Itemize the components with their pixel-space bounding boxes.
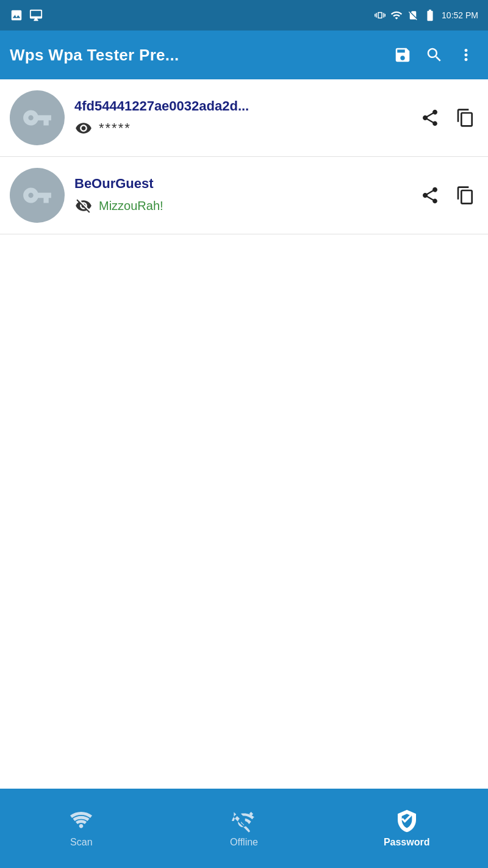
content-area: [0, 234, 488, 868]
vibrate-icon: [375, 10, 386, 21]
nav-item-scan[interactable]: Scan: [0, 789, 163, 868]
avatar-2: [10, 168, 65, 223]
time-display: 10:52 PM: [442, 10, 478, 20]
app-bar: Wps Wpa Tester Pre...: [0, 31, 488, 79]
bottom-nav: Scan Offline Password: [0, 789, 488, 868]
copy-button-1[interactable]: [453, 105, 478, 131]
item-actions-2: [417, 183, 478, 208]
app-title: Wps Wpa Tester Pre...: [10, 46, 383, 65]
save-button[interactable]: [390, 43, 415, 67]
battery-icon: [423, 9, 437, 22]
status-bar-left: [10, 9, 43, 22]
key-icon-1: [22, 103, 52, 133]
copy-button-2[interactable]: [453, 183, 478, 208]
nav-item-password[interactable]: Password: [325, 789, 488, 868]
password-label: Password: [384, 837, 430, 848]
item-actions-1: [417, 105, 478, 131]
item-sub-1: *****: [74, 119, 407, 137]
list-item: 4fd54441227ae0032ada2d... *****: [0, 79, 488, 157]
list-item-2: BeOurGuest MizzouRah!: [0, 157, 488, 234]
network-name-1: 4fd54441227ae0032ada2d...: [74, 98, 407, 114]
offline-label: Offline: [230, 837, 258, 848]
more-options-button[interactable]: [454, 43, 478, 67]
network-name-2: BeOurGuest: [74, 176, 407, 192]
photo-icon: [10, 9, 23, 22]
item-sub-2: MizzouRah!: [74, 197, 407, 215]
toggle-visibility-2[interactable]: [74, 197, 93, 215]
item-content-2: BeOurGuest MizzouRah!: [74, 176, 407, 215]
password-text-2: MizzouRah!: [99, 199, 163, 213]
avatar-1: [10, 90, 65, 145]
share-button-1[interactable]: [417, 105, 443, 131]
item-content-1: 4fd54441227ae0032ada2d... *****: [74, 98, 407, 137]
status-bar-right: 10:52 PM: [375, 9, 478, 22]
search-button[interactable]: [422, 43, 447, 67]
shield-icon: [395, 809, 419, 833]
wifi-offline-icon: [232, 809, 256, 833]
key-icon-2: [22, 180, 52, 211]
password-dots-1: *****: [99, 120, 131, 136]
scan-label: Scan: [70, 837, 92, 848]
nav-item-offline[interactable]: Offline: [163, 789, 326, 868]
monitor-icon: [29, 9, 43, 22]
toggle-visibility-1[interactable]: [74, 119, 93, 137]
status-bar: 10:52 PM: [0, 0, 488, 31]
share-button-2[interactable]: [417, 183, 443, 208]
no-sim-icon: [407, 10, 418, 21]
wifi-icon: [390, 9, 403, 21]
wifi-scan-icon: [69, 809, 93, 833]
